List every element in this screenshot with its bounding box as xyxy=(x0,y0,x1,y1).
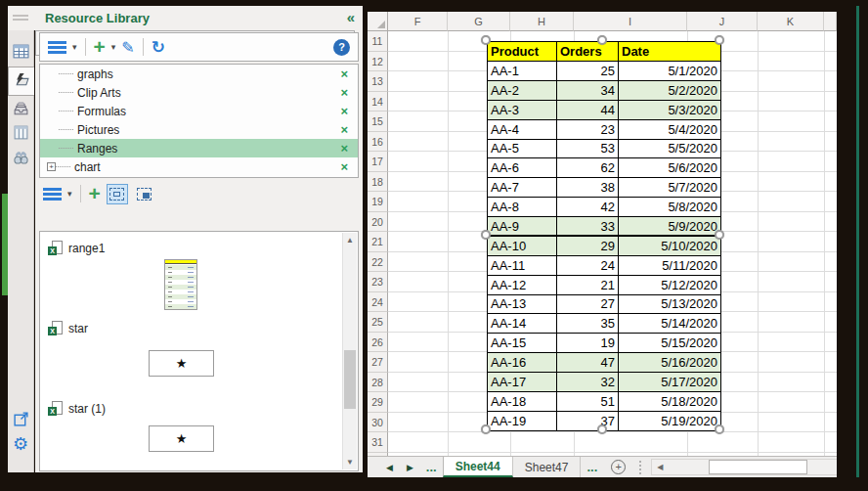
column-header-K[interactable]: K xyxy=(758,12,824,31)
tree-item-graphs[interactable]: graphs× xyxy=(40,65,358,83)
selection-handle[interactable] xyxy=(481,424,491,434)
row-header-19[interactable]: 19 xyxy=(368,192,388,212)
column-header-H[interactable]: H xyxy=(510,12,574,31)
tree-item-chart[interactable]: +chart× xyxy=(40,157,358,176)
remove-group-icon[interactable]: × xyxy=(340,68,348,80)
remove-group-icon[interactable]: × xyxy=(340,106,348,117)
remove-group-icon[interactable]: × xyxy=(340,87,348,99)
row-header-15[interactable]: 15 xyxy=(368,112,388,132)
excel-file-icon: X xyxy=(48,401,63,416)
selection-handle[interactable] xyxy=(715,424,724,434)
sheet-tab-sheet47[interactable]: Sheet47 xyxy=(513,457,582,477)
range-cell: 35 xyxy=(557,314,619,334)
remove-group-icon[interactable]: × xyxy=(340,143,348,155)
add-resource-button[interactable]: + xyxy=(89,185,101,202)
columns-icon[interactable] xyxy=(13,124,29,141)
range-cell: 25 xyxy=(557,62,619,81)
row-header-27[interactable]: 27 xyxy=(368,352,388,373)
remove-group-icon[interactable]: × xyxy=(340,124,348,136)
capture-with-format-icon[interactable] xyxy=(134,184,155,204)
scroll-left-icon[interactable]: ◀ xyxy=(652,460,668,474)
collapse-panel-icon[interactable]: « xyxy=(347,9,355,25)
menu-caret-icon[interactable]: ▾ xyxy=(72,42,77,52)
star-1-preview[interactable]: ★ xyxy=(149,425,214,452)
selection-handle[interactable] xyxy=(481,230,491,240)
menu-icon[interactable] xyxy=(48,41,66,54)
add-sheet-icon[interactable]: + xyxy=(611,460,626,474)
row-header-29[interactable]: 29 xyxy=(368,392,388,413)
list-item-star[interactable]: X star xyxy=(48,321,88,335)
tree-item-clip-arts[interactable]: Clip Arts× xyxy=(40,83,358,102)
edit-icon[interactable]: ✎ xyxy=(121,38,134,57)
star-icon: ★ xyxy=(176,356,188,371)
remove-group-icon[interactable]: × xyxy=(340,161,348,173)
settings-gear-icon[interactable]: ⚙ xyxy=(13,436,29,453)
tree-item-pictures[interactable]: Pictures× xyxy=(40,120,358,139)
row-header-13[interactable]: 13 xyxy=(368,71,388,92)
row-header-12[interactable]: 12 xyxy=(368,52,388,72)
popout-icon[interactable] xyxy=(13,411,29,427)
list-item-range1[interactable]: X range1 xyxy=(48,241,105,255)
row-header-16[interactable]: 16 xyxy=(368,132,388,153)
range-cell: AA-4 xyxy=(488,119,557,139)
row-header-14[interactable]: 14 xyxy=(368,92,388,112)
add-item-button[interactable]: + xyxy=(94,38,106,56)
sheet-ellipsis-left[interactable]: ... xyxy=(420,460,443,474)
scroll-up-icon[interactable]: ▲ xyxy=(343,233,357,247)
row-header-22[interactable]: 22 xyxy=(368,252,388,273)
row-header-20[interactable]: 20 xyxy=(368,212,388,233)
select-all-corner[interactable] xyxy=(368,12,388,31)
horizontal-scrollbar[interactable]: ◀ xyxy=(651,459,837,475)
row-header-28[interactable]: 28 xyxy=(368,373,388,393)
row-header-11[interactable]: 11 xyxy=(368,31,388,52)
tree-item-formulas[interactable]: Formulas× xyxy=(40,102,358,120)
row-header-31[interactable]: 31 xyxy=(368,432,388,453)
expand-icon[interactable]: + xyxy=(47,162,56,171)
selection-handle[interactable] xyxy=(597,35,607,45)
row-header-26[interactable]: 26 xyxy=(368,333,388,353)
tabbar-splitter[interactable] xyxy=(639,461,641,474)
column-header-F[interactable]: F xyxy=(388,12,448,31)
row-header-23[interactable]: 23 xyxy=(368,272,388,292)
star-preview[interactable]: ★ xyxy=(149,350,214,377)
row-header-24[interactable]: 24 xyxy=(368,292,388,313)
next-sheet-icon[interactable]: ▶ xyxy=(400,463,420,472)
selection-handle[interactable] xyxy=(597,424,607,434)
scroll-down-icon[interactable]: ▼ xyxy=(343,455,357,469)
column-header-partial[interactable] xyxy=(824,12,837,31)
selection-handle[interactable] xyxy=(481,35,491,45)
range-cell: 62 xyxy=(557,158,619,178)
find-icon[interactable] xyxy=(13,150,29,166)
drawers-icon[interactable] xyxy=(13,101,29,117)
row-header-17[interactable]: 17 xyxy=(368,152,388,172)
scrollbar-thumb[interactable] xyxy=(709,460,807,474)
scrollbar-thumb[interactable] xyxy=(344,350,356,409)
range-picture-object[interactable]: ProductOrdersDateAA-1255/1/2020AA-2345/2… xyxy=(487,41,720,430)
sheet-tab-sheet44[interactable]: Sheet44 xyxy=(443,457,513,477)
column-header-J[interactable]: J xyxy=(687,12,758,31)
list-item-star-1[interactable]: X star (1) xyxy=(48,401,106,416)
selection-handle[interactable] xyxy=(715,35,724,45)
refresh-icon[interactable]: ↻ xyxy=(152,37,165,58)
menu-icon[interactable] xyxy=(43,188,62,201)
column-header-G[interactable]: G xyxy=(448,12,510,31)
worksheet-icon[interactable] xyxy=(13,43,29,60)
row-header-21[interactable]: 21 xyxy=(368,232,388,252)
menu-caret-icon[interactable]: ▾ xyxy=(67,189,72,199)
range-picture-table: ProductOrdersDateAA-1255/1/2020AA-2345/2… xyxy=(487,41,721,431)
capture-range-icon[interactable] xyxy=(107,184,128,204)
list-scrollbar[interactable]: ▲ ▼ xyxy=(342,233,357,469)
prev-sheet-icon[interactable]: ◀ xyxy=(379,463,400,472)
help-icon[interactable]: ? xyxy=(333,39,350,56)
row-header-25[interactable]: 25 xyxy=(368,312,388,333)
range1-preview-thumbnail[interactable] xyxy=(164,259,197,310)
column-header-I[interactable]: I xyxy=(574,12,687,31)
range-cell: 5/6/2020 xyxy=(619,158,721,178)
selection-handle[interactable] xyxy=(715,230,724,240)
add-caret-icon[interactable]: ▾ xyxy=(111,42,116,52)
row-header-30[interactable]: 30 xyxy=(368,413,388,433)
tree-item-ranges[interactable]: Ranges× xyxy=(40,139,358,157)
row-header-18[interactable]: 18 xyxy=(368,172,388,193)
grip-icon[interactable] xyxy=(13,15,28,21)
sheet-ellipsis-right[interactable]: ... xyxy=(581,460,603,474)
